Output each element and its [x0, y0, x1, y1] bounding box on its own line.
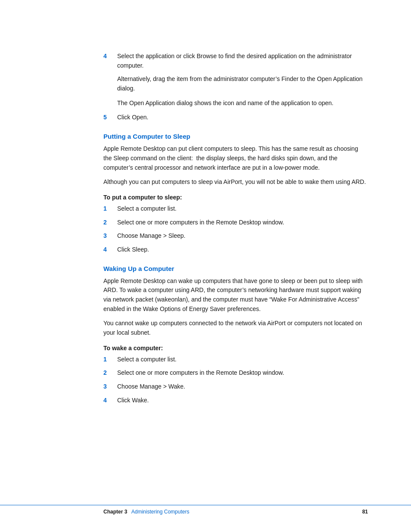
sleep-para-2: Although you can put computers to sleep … — [103, 177, 368, 187]
intro-para-2: The Open Application dialog shows the ic… — [117, 99, 368, 108]
content-area: 4 Select the application or click Browse… — [103, 52, 368, 405]
wake-step-number-1: 1 — [103, 355, 114, 364]
wake-step-number-3: 3 — [103, 382, 114, 392]
section-sleep-heading: Putting a Computer to Sleep — [103, 133, 368, 140]
footer-chapter: Chapter 3 Administering Computers — [103, 509, 189, 515]
sleep-step-4: 4 Click Sleep. — [103, 245, 368, 255]
sleep-para-1: Apple Remote Desktop can put client comp… — [103, 144, 368, 172]
page-footer: Chapter 3 Administering Computers 81 — [0, 505, 411, 515]
intro-para-1: Alternatively, drag the item from the ad… — [117, 75, 368, 93]
sleep-step-3: 3 Choose Manage > Sleep. — [103, 231, 368, 241]
wake-step-3: 3 Choose Manage > Wake. — [103, 382, 368, 392]
wake-para-1: Apple Remote Desktop can wake up compute… — [103, 277, 368, 314]
wake-step-1: 1 Select a computer list. — [103, 355, 368, 364]
sleep-sub-heading: To put a computer to sleep: — [103, 194, 368, 201]
sleep-step-number-2: 2 — [103, 218, 114, 227]
wake-step-number-2: 2 — [103, 368, 114, 378]
wake-sub-heading: To wake a computer: — [103, 345, 368, 352]
sleep-step-text-1: Select a computer list. — [117, 204, 368, 214]
wake-para-2: You cannot wake up computers connected t… — [103, 319, 368, 337]
intro-step-4: 4 Select the application or click Browse… — [103, 52, 368, 70]
sleep-step-text-4: Click Sleep. — [117, 245, 368, 255]
sleep-steps-list: 1 Select a computer list. 2 Select one o… — [103, 204, 368, 255]
page-container: 4 Select the application or click Browse… — [0, 0, 411, 532]
sleep-step-number-3: 3 — [103, 231, 114, 241]
wake-step-number-4: 4 — [103, 396, 114, 405]
sleep-step-1: 1 Select a computer list. — [103, 204, 368, 214]
intro-step-5: 5 Click Open. — [103, 113, 368, 122]
sleep-step-number-4: 4 — [103, 245, 114, 255]
wake-steps-list: 1 Select a computer list. 2 Select one o… — [103, 355, 368, 405]
wake-step-2: 2 Select one or more computers in the Re… — [103, 368, 368, 378]
step-number-5: 5 — [103, 113, 114, 122]
footer-chapter-title: Administering Computers — [131, 509, 190, 515]
sleep-step-number-1: 1 — [103, 204, 114, 214]
footer-page-number: 81 — [362, 509, 368, 515]
wake-step-text-2: Select one or more computers in the Remo… — [117, 368, 368, 378]
wake-step-text-1: Select a computer list. — [117, 355, 368, 364]
sleep-step-text-3: Choose Manage > Sleep. — [117, 231, 368, 241]
footer-chapter-label: Chapter 3 — [103, 509, 127, 515]
sleep-step-2: 2 Select one or more computers in the Re… — [103, 218, 368, 227]
wake-step-text-3: Choose Manage > Wake. — [117, 382, 368, 392]
wake-step-4: 4 Click Wake. — [103, 396, 368, 405]
step-text-4: Select the application or click Browse t… — [117, 52, 368, 70]
step-number-4: 4 — [103, 52, 114, 70]
wake-step-text-4: Click Wake. — [117, 396, 368, 405]
sleep-step-text-2: Select one or more computers in the Remo… — [117, 218, 368, 227]
section-wake-heading: Waking Up a Computer — [103, 265, 368, 272]
step-text-5: Click Open. — [117, 113, 368, 122]
